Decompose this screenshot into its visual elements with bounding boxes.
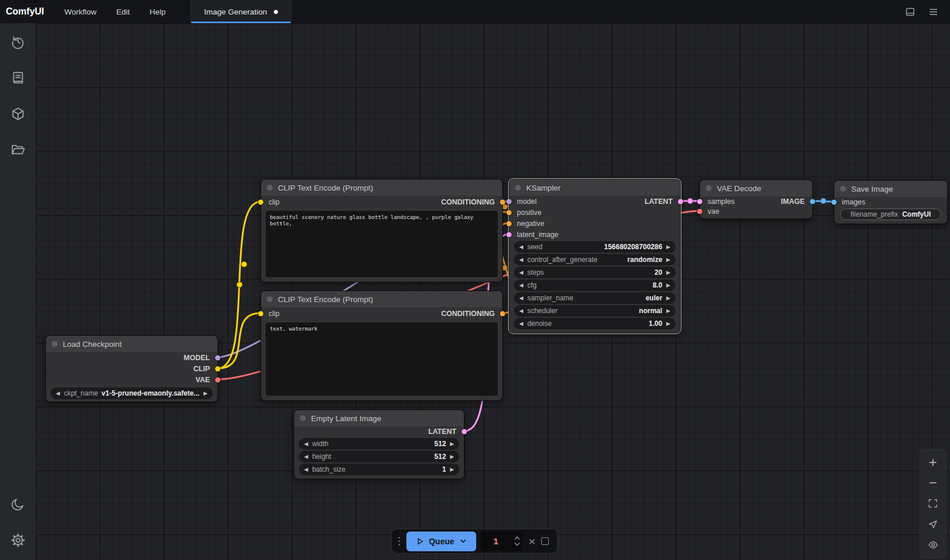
- input-slot-samples[interactable]: [697, 199, 702, 204]
- node-load-checkpoint[interactable]: Load Checkpoint MODEL CLIP VAE ◀ ckpt_na…: [45, 335, 218, 402]
- zoom-out-icon[interactable]: −: [924, 475, 942, 491]
- output-slot-conditioning[interactable]: [500, 311, 505, 317]
- widget-scheduler[interactable]: ◀ scheduler normal ▶: [514, 305, 676, 317]
- prompt-text-area[interactable]: text, watermark: [266, 322, 498, 396]
- stepper-up-icon[interactable]: [514, 536, 520, 540]
- node-clip-text-encode-negative[interactable]: CLIP Text Encode (Prompt) clip CONDITION…: [260, 290, 503, 401]
- node-header[interactable]: CLIP Text Encode (Prompt): [261, 291, 502, 307]
- decrement-icon[interactable]: ◀: [519, 283, 523, 288]
- widget-width[interactable]: ◀ width 512 ▶: [299, 438, 459, 450]
- increment-icon[interactable]: ▶: [666, 321, 670, 326]
- widget-denoise[interactable]: ◀ denoise 1.00 ▶: [514, 318, 676, 329]
- output-slot-model[interactable]: [215, 355, 220, 360]
- queue-button[interactable]: Queue: [406, 532, 476, 551]
- input-slot-vae[interactable]: [697, 209, 702, 214]
- input-slot-clip[interactable]: [258, 200, 263, 205]
- decrement-icon[interactable]: ◀: [519, 270, 523, 275]
- collapse-dot[interactable]: [840, 186, 846, 192]
- widget-ckpt-name[interactable]: ◀ ckpt_name v1-5-pruned-emaonly.safete..…: [51, 387, 213, 399]
- input-slot-clip[interactable]: [258, 311, 263, 317]
- increment-icon[interactable]: ▶: [666, 270, 670, 275]
- output-slot-latent[interactable]: [462, 429, 467, 435]
- collapse-dot[interactable]: [515, 185, 521, 191]
- increment-icon[interactable]: ▶: [450, 454, 454, 460]
- bottom-panel-icon[interactable]: [901, 3, 919, 20]
- node-header[interactable]: CLIP Text Encode (Prompt): [261, 180, 502, 196]
- tab-image-generation[interactable]: Image Generation: [191, 0, 291, 23]
- output-slot-image[interactable]: [810, 199, 815, 204]
- output-slot-clip[interactable]: [215, 366, 220, 371]
- node-header[interactable]: Empty Latent Image: [294, 410, 464, 426]
- queue-history-icon[interactable]: [5, 29, 31, 55]
- batch-count-value[interactable]: 1: [481, 536, 511, 546]
- input-slot-negative[interactable]: [506, 221, 512, 226]
- widget-height[interactable]: ◀ height 512 ▶: [299, 451, 459, 462]
- widget-control-after-generate[interactable]: ◀ control_after_generate randomize ▶: [514, 254, 676, 265]
- node-title: VAE Decode: [717, 184, 761, 193]
- output-slot-latent[interactable]: [678, 199, 683, 204]
- output-slot-conditioning[interactable]: [500, 200, 505, 205]
- node-vae-decode[interactable]: VAE Decode samples IMAGE vae: [699, 180, 813, 219]
- model-library-icon[interactable]: [5, 101, 31, 127]
- widget-seed[interactable]: ◀ seed 156680208700286 ▶: [514, 241, 676, 253]
- increment-icon[interactable]: ▶: [450, 467, 454, 472]
- node-ksampler[interactable]: KSampler model LATENT positive negative …: [509, 179, 681, 333]
- decrement-icon[interactable]: ◀: [519, 296, 523, 301]
- increment-icon[interactable]: ▶: [666, 283, 670, 288]
- widget-batch-size[interactable]: ◀ batch_size 1 ▶: [299, 464, 459, 475]
- decrement-icon[interactable]: ◀: [304, 454, 308, 460]
- node-save-image[interactable]: Save Image images filename_prefix ComfyU…: [834, 180, 948, 224]
- stop-icon[interactable]: [541, 537, 549, 545]
- node-empty-latent-image[interactable]: Empty Latent Image LATENT ◀ width 512 ▶ …: [294, 410, 465, 479]
- increment-icon[interactable]: ▶: [666, 308, 670, 314]
- widget-sampler-name[interactable]: ◀ sampler_name euler ▶: [514, 292, 676, 304]
- node-header[interactable]: KSampler: [509, 180, 680, 196]
- widget-steps[interactable]: ◀ steps 20 ▶: [514, 267, 676, 278]
- output-slot-vae[interactable]: [215, 377, 220, 382]
- prompt-text-area[interactable]: beautiful scenery nature glass bottle la…: [266, 211, 498, 277]
- node-header[interactable]: VAE Decode: [700, 180, 812, 196]
- batch-count-input[interactable]: 1: [481, 532, 523, 551]
- decrement-icon[interactable]: ◀: [56, 391, 60, 396]
- workflows-icon[interactable]: [5, 137, 31, 163]
- menu-edit[interactable]: Edit: [106, 0, 140, 23]
- collapse-dot[interactable]: [706, 185, 712, 191]
- toggle-link-visibility-icon[interactable]: [924, 537, 942, 553]
- widget-cfg[interactable]: ◀ cfg 8.0 ▶: [514, 279, 676, 291]
- input-slot-images[interactable]: [831, 200, 837, 205]
- increment-icon[interactable]: ▶: [666, 257, 670, 263]
- node-header[interactable]: Load Checkpoint: [46, 336, 217, 352]
- input-slot-positive[interactable]: [506, 210, 512, 215]
- decrement-icon[interactable]: ◀: [519, 245, 523, 250]
- stepper-down-icon[interactable]: [514, 542, 520, 547]
- widget-filename-prefix[interactable]: filename_prefix ComfyUI: [840, 209, 941, 220]
- decrement-icon[interactable]: ◀: [519, 321, 523, 326]
- collapse-dot[interactable]: [300, 415, 306, 421]
- menu-icon[interactable]: [924, 3, 942, 20]
- zoom-in-icon[interactable]: +: [924, 454, 942, 471]
- input-slot-model[interactable]: [506, 199, 512, 204]
- node-clip-text-encode-positive[interactable]: CLIP Text Encode (Prompt) clip CONDITION…: [260, 179, 503, 282]
- settings-gear-icon[interactable]: [5, 527, 31, 553]
- collapse-dot[interactable]: [267, 185, 273, 191]
- fit-view-icon[interactable]: [924, 496, 942, 512]
- increment-icon[interactable]: ▶: [666, 245, 670, 250]
- input-slot-latent-image[interactable]: [506, 232, 512, 237]
- decrement-icon[interactable]: ◀: [304, 467, 308, 472]
- drag-handle-icon[interactable]: [397, 537, 402, 545]
- node-library-icon[interactable]: [5, 65, 31, 91]
- increment-icon[interactable]: ▶: [666, 296, 670, 301]
- menu-help[interactable]: Help: [140, 0, 176, 23]
- increment-icon[interactable]: ▶: [203, 391, 208, 396]
- clear-queue-icon[interactable]: ×: [527, 535, 537, 547]
- decrement-icon[interactable]: ◀: [519, 257, 523, 263]
- node-header[interactable]: Save Image: [834, 181, 947, 197]
- collapse-dot[interactable]: [267, 296, 273, 302]
- theme-moon-icon[interactable]: [5, 491, 31, 517]
- menu-workflow[interactable]: Workflow: [55, 0, 106, 23]
- decrement-icon[interactable]: ◀: [304, 441, 308, 447]
- decrement-icon[interactable]: ◀: [519, 308, 523, 314]
- select-mode-icon[interactable]: [924, 516, 942, 533]
- increment-icon[interactable]: ▶: [450, 441, 454, 447]
- collapse-dot[interactable]: [52, 341, 58, 347]
